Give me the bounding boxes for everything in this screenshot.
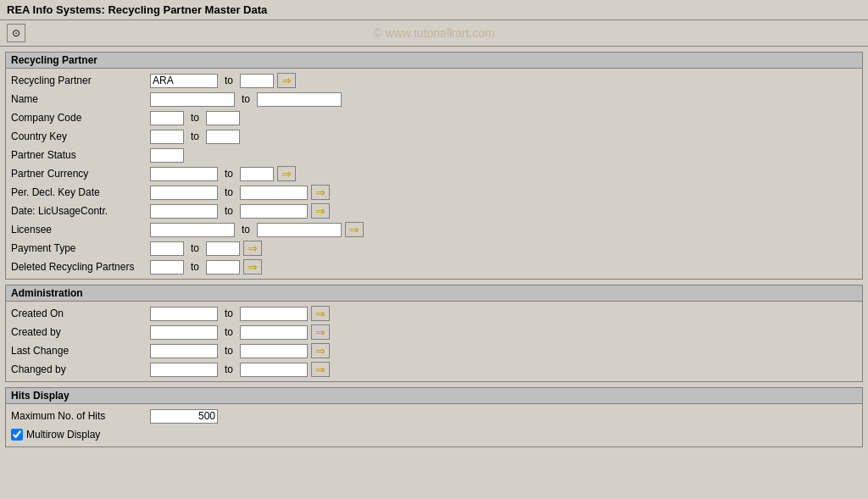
payment-type-arrow-btn[interactable]: ⇒ bbox=[243, 241, 262, 256]
recycling-partner-section: Recycling Partner Recycling Partner to ⇒… bbox=[5, 52, 863, 280]
deleted-recycling-partners-row: Deleted Recycling Partners to ⇒ bbox=[11, 258, 857, 275]
changed-by-row: Changed by to ⇒ bbox=[11, 361, 857, 378]
recycling-partner-section-header: Recycling Partner bbox=[6, 53, 862, 69]
date-licusagecontr-arrow-btn[interactable]: ⇒ bbox=[311, 203, 330, 219]
changed-by-from-input[interactable] bbox=[150, 363, 218, 377]
hits-display-section-header: Hits Display bbox=[6, 388, 862, 404]
changed-by-label: Changed by bbox=[11, 363, 147, 375]
date-licusagecontr-row: Date: LicUsageContr. to ⇒ bbox=[11, 202, 857, 219]
hits-display-section: Hits Display Maximum No. of Hits Multiro… bbox=[5, 387, 863, 447]
deleted-recycling-partners-arrow-icon: ⇒ bbox=[248, 260, 258, 274]
name-from-input[interactable] bbox=[150, 92, 235, 107]
partner-status-row: Partner Status bbox=[11, 147, 857, 164]
payment-type-label: Payment Type bbox=[11, 242, 147, 254]
partner-currency-to-label: to bbox=[221, 168, 236, 180]
created-by-to-input[interactable] bbox=[240, 325, 308, 340]
partner-currency-arrow-btn[interactable]: ⇒ bbox=[277, 166, 296, 181]
hits-display-section-body: Maximum No. of Hits Multirow Display bbox=[6, 404, 862, 446]
recycling-partner-section-body: Recycling Partner to ⇒ Name to Company C… bbox=[6, 69, 862, 279]
payment-type-arrow-icon: ⇒ bbox=[248, 241, 258, 255]
administration-section: Administration Created On to ⇒ Created b… bbox=[5, 285, 863, 382]
date-licusagecontr-to-input[interactable] bbox=[240, 204, 308, 219]
country-key-row: Country Key to bbox=[11, 128, 857, 145]
max-hits-input[interactable] bbox=[150, 409, 218, 424]
deleted-recycling-partners-from-input[interactable] bbox=[150, 260, 184, 274]
created-by-to-label: to bbox=[221, 326, 236, 338]
company-code-to-input[interactable] bbox=[206, 111, 240, 125]
date-licusagecontr-arrow-icon: ⇒ bbox=[315, 204, 326, 218]
recycling-partner-row: Recycling Partner to ⇒ bbox=[11, 72, 857, 89]
payment-type-from-input[interactable] bbox=[150, 241, 184, 256]
licensee-from-input[interactable] bbox=[150, 223, 235, 237]
name-to-label: to bbox=[238, 93, 253, 105]
max-hits-row: Maximum No. of Hits bbox=[11, 408, 857, 424]
changed-by-arrow-btn[interactable]: ⇒ bbox=[311, 362, 330, 377]
partner-status-input[interactable] bbox=[150, 148, 184, 163]
partner-currency-arrow-icon: ⇒ bbox=[281, 167, 292, 180]
toolbar: ⊙ © www.tutorialkart.com bbox=[0, 20, 868, 47]
partner-status-label: Partner Status bbox=[11, 149, 147, 161]
date-licusagecontr-to-label: to bbox=[221, 205, 236, 217]
created-by-from-input[interactable] bbox=[150, 325, 218, 340]
payment-type-to-label: to bbox=[187, 242, 203, 254]
per-decl-key-date-label: Per. Decl. Key Date bbox=[11, 186, 147, 198]
company-code-row: Company Code to bbox=[11, 109, 857, 126]
changed-by-to-input[interactable] bbox=[240, 363, 308, 377]
changed-by-arrow-icon: ⇒ bbox=[315, 363, 326, 376]
company-code-label: Company Code bbox=[11, 112, 147, 124]
created-by-row: Created by to ⇒ bbox=[11, 324, 857, 341]
watermark: © www.tutorialkart.com bbox=[373, 26, 494, 40]
date-licusagecontr-from-input[interactable] bbox=[150, 204, 218, 219]
recycling-partner-label: Recycling Partner bbox=[11, 75, 147, 86]
created-on-to-input[interactable] bbox=[240, 307, 308, 321]
deleted-recycling-partners-label: Deleted Recycling Partners bbox=[11, 261, 147, 273]
per-decl-key-date-to-input[interactable] bbox=[240, 186, 308, 200]
recycling-partner-to-input[interactable] bbox=[240, 74, 274, 88]
licensee-arrow-icon: ⇒ bbox=[349, 223, 359, 236]
last-change-arrow-btn[interactable]: ⇒ bbox=[311, 343, 330, 358]
per-decl-key-date-arrow-btn[interactable]: ⇒ bbox=[311, 185, 330, 200]
per-decl-key-date-from-input[interactable] bbox=[150, 186, 218, 200]
last-change-arrow-icon: ⇒ bbox=[315, 344, 326, 358]
per-decl-key-date-row: Per. Decl. Key Date to ⇒ bbox=[11, 184, 857, 201]
created-on-row: Created On to ⇒ bbox=[11, 305, 857, 322]
last-change-from-input[interactable] bbox=[150, 344, 218, 358]
recycling-partner-to-label: to bbox=[221, 75, 236, 86]
per-decl-key-date-to-label: to bbox=[221, 186, 236, 198]
country-key-to-input[interactable] bbox=[206, 130, 240, 144]
company-code-to-label: to bbox=[187, 112, 203, 124]
multirow-display-row: Multirow Display bbox=[11, 426, 857, 443]
payment-type-to-input[interactable] bbox=[206, 241, 240, 256]
max-hits-label: Maximum No. of Hits bbox=[11, 410, 147, 422]
payment-type-row: Payment Type to ⇒ bbox=[11, 240, 857, 257]
created-by-arrow-btn[interactable]: ⇒ bbox=[311, 324, 330, 340]
last-change-row: Last Change to ⇒ bbox=[11, 342, 857, 359]
multirow-display-checkbox[interactable] bbox=[11, 429, 23, 441]
administration-section-header: Administration bbox=[6, 286, 862, 302]
last-change-to-label: to bbox=[221, 345, 236, 357]
licensee-to-input[interactable] bbox=[257, 223, 342, 237]
licensee-arrow-btn[interactable]: ⇒ bbox=[345, 222, 364, 237]
partner-currency-from-input[interactable] bbox=[150, 167, 218, 181]
created-on-from-input[interactable] bbox=[150, 307, 218, 321]
recycling-partner-arrow-btn[interactable]: ⇒ bbox=[277, 73, 296, 88]
created-on-arrow-btn[interactable]: ⇒ bbox=[311, 306, 330, 321]
name-row: Name to bbox=[11, 91, 857, 108]
title-bar: REA Info Systems: Recycling Partner Mast… bbox=[0, 0, 868, 20]
deleted-recycling-partners-arrow-btn[interactable]: ⇒ bbox=[243, 259, 262, 274]
toolbar-icon[interactable]: ⊙ bbox=[7, 24, 25, 42]
licensee-label: Licensee bbox=[11, 224, 147, 236]
company-code-from-input[interactable] bbox=[150, 111, 184, 125]
deleted-recycling-partners-to-input[interactable] bbox=[206, 260, 240, 274]
recycling-partner-from-input[interactable] bbox=[150, 74, 218, 88]
last-change-to-input[interactable] bbox=[240, 344, 308, 358]
partner-currency-to-input[interactable] bbox=[240, 167, 274, 181]
per-decl-key-date-arrow-icon: ⇒ bbox=[315, 186, 326, 199]
created-on-to-label: to bbox=[221, 308, 236, 319]
partner-currency-row: Partner Currency to ⇒ bbox=[11, 165, 857, 182]
country-key-from-input[interactable] bbox=[150, 130, 184, 144]
licensee-to-label: to bbox=[238, 224, 253, 236]
toolbar-icon-symbol: ⊙ bbox=[12, 27, 20, 39]
partner-currency-label: Partner Currency bbox=[11, 168, 147, 180]
name-to-input[interactable] bbox=[257, 92, 342, 107]
